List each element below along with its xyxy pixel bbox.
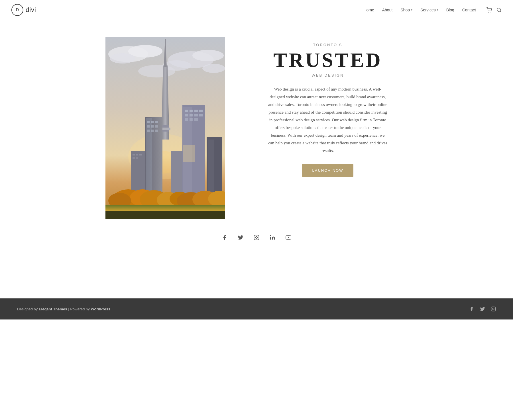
svg-rect-36 — [155, 130, 158, 132]
svg-point-14 — [202, 64, 225, 73]
svg-rect-32 — [151, 125, 154, 128]
cart-button[interactable] — [486, 7, 492, 13]
toronto-skyline-image — [105, 37, 225, 219]
svg-rect-67 — [270, 237, 271, 240]
svg-point-2 — [497, 8, 500, 11]
instagram-social-link[interactable] — [253, 233, 260, 241]
linkedin-social-link[interactable] — [268, 233, 276, 241]
nav-shop[interactable]: Shop ▾ — [400, 8, 412, 12]
svg-rect-42 — [199, 110, 203, 112]
nav-utility-icons — [486, 7, 502, 13]
svg-line-3 — [500, 11, 501, 12]
svg-rect-45 — [194, 114, 198, 116]
facebook-social-link[interactable] — [221, 233, 229, 241]
services-chevron-icon: ▾ — [437, 8, 438, 11]
svg-marker-69 — [288, 237, 289, 238]
nav-home[interactable]: Home — [363, 8, 374, 12]
elegant-themes-link[interactable]: Elegant Themes — [39, 307, 67, 311]
social-bar — [105, 233, 408, 253]
svg-rect-22 — [136, 154, 138, 155]
svg-rect-49 — [194, 118, 198, 121]
svg-rect-34 — [147, 130, 150, 132]
svg-rect-46 — [199, 114, 203, 116]
svg-rect-35 — [151, 130, 154, 132]
footer-social-icons — [469, 306, 496, 312]
instagram-icon — [254, 235, 259, 240]
svg-rect-23 — [139, 154, 142, 155]
hero-title: TRUSTED — [248, 50, 408, 70]
svg-rect-28 — [147, 121, 150, 123]
launch-now-button[interactable]: LAUNCH NOW — [302, 164, 354, 177]
content-spacer — [105, 253, 408, 287]
svg-rect-50 — [183, 145, 195, 162]
footer-credit: Designed by Elegant Themes | Powered by … — [17, 307, 110, 311]
facebook-icon — [222, 235, 227, 240]
svg-rect-40 — [190, 110, 193, 112]
footer-designed-by: Designed by — [17, 307, 39, 311]
footer-powered-by: | Powered by — [67, 307, 91, 311]
footer-twitter-icon — [480, 306, 485, 312]
svg-point-13 — [138, 65, 175, 77]
svg-rect-33 — [155, 125, 158, 128]
svg-rect-70 — [491, 307, 496, 311]
svg-point-68 — [270, 235, 271, 236]
svg-point-0 — [488, 12, 489, 12]
svg-rect-25 — [136, 157, 138, 159]
nav-services[interactable]: Services ▾ — [420, 8, 438, 12]
svg-point-1 — [491, 12, 491, 12]
site-logo[interactable]: D divi — [11, 4, 36, 16]
main-nav: Home About Shop ▾ Services ▾ Blog Contac… — [363, 7, 502, 13]
search-icon — [496, 7, 502, 13]
main-content: TORONTO'S TRUSTED WEB DESIGN Web design … — [100, 20, 413, 298]
hero-text-block: TORONTO'S TRUSTED WEB DESIGN Web design … — [248, 37, 408, 177]
logo-circle: D — [11, 4, 23, 16]
search-button[interactable] — [496, 7, 502, 13]
logo-name: divi — [26, 6, 36, 14]
hero-body-text: Web design is a crucial aspect of any mo… — [268, 85, 388, 155]
svg-rect-21 — [133, 154, 135, 155]
svg-rect-29 — [151, 121, 154, 123]
site-footer: Designed by Elegant Themes | Powered by … — [0, 298, 513, 319]
twitter-icon — [238, 235, 243, 240]
footer-facebook-icon — [469, 306, 474, 312]
shop-chevron-icon: ▾ — [411, 8, 412, 11]
linkedin-icon — [270, 235, 275, 240]
site-header: D divi Home About Shop ▾ Services ▾ Blog… — [0, 0, 513, 20]
svg-rect-24 — [133, 157, 135, 159]
footer-instagram-link[interactable] — [491, 306, 496, 312]
hero-sub-title: WEB DESIGN — [248, 73, 408, 77]
hero-image-wrap — [105, 37, 225, 219]
footer-facebook-link[interactable] — [469, 306, 474, 312]
twitter-social-link[interactable] — [237, 233, 245, 241]
hero-section: TORONTO'S TRUSTED WEB DESIGN Web design … — [105, 37, 408, 219]
svg-rect-44 — [190, 114, 193, 116]
svg-rect-43 — [185, 114, 188, 116]
svg-rect-47 — [185, 118, 188, 121]
hero-eyebrow: TORONTO'S — [248, 43, 408, 47]
nav-blog[interactable]: Blog — [446, 8, 454, 12]
svg-rect-41 — [194, 110, 198, 112]
svg-rect-30 — [155, 121, 158, 123]
svg-rect-64 — [105, 211, 225, 219]
nav-about[interactable]: About — [382, 8, 393, 12]
nav-contact[interactable]: Contact — [462, 8, 476, 12]
footer-twitter-link[interactable] — [480, 306, 485, 312]
svg-point-11 — [192, 50, 224, 61]
youtube-social-link[interactable] — [284, 233, 292, 241]
logo-letter: D — [16, 8, 19, 12]
svg-rect-39 — [185, 110, 188, 112]
svg-rect-48 — [190, 118, 193, 121]
svg-rect-65 — [254, 235, 259, 240]
svg-point-9 — [110, 53, 135, 63]
svg-rect-31 — [147, 125, 150, 128]
cart-icon — [486, 7, 492, 13]
footer-instagram-icon — [491, 306, 496, 312]
wordpress-link[interactable]: WordPress — [91, 307, 110, 311]
youtube-icon — [285, 235, 292, 240]
